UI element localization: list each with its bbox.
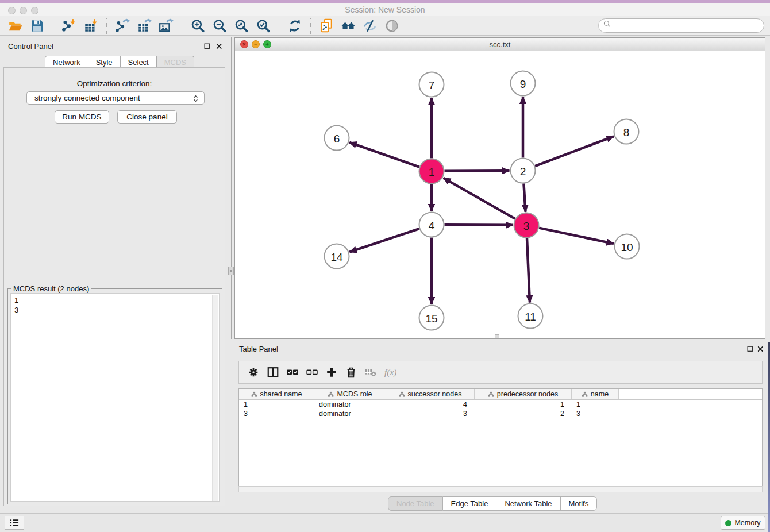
graph-edge-3-11[interactable] [527, 238, 530, 302]
select-stepper-icon [191, 94, 201, 105]
column-type-icon [328, 391, 334, 398]
zoom-selected-icon[interactable] [254, 17, 272, 34]
add-icon[interactable] [322, 363, 341, 381]
control-panel-title: Control Panel [8, 42, 53, 51]
export-image-icon[interactable] [157, 17, 175, 34]
graph-node-7[interactable]: 7 [419, 72, 444, 97]
graph-edge-1-6[interactable] [349, 142, 419, 167]
optimization-criterion-label: Optimization criterion: [4, 79, 225, 88]
result-line: 3 [14, 305, 219, 315]
graph-node-3[interactable]: 3 [514, 213, 539, 238]
column-header-filler [619, 389, 762, 399]
graph-node-10[interactable]: 10 [615, 234, 640, 259]
panel-divider-handle[interactable] [228, 267, 234, 275]
node-table: shared nameMCDS rolesuccessor nodesprede… [238, 388, 763, 486]
mcds-result-textarea[interactable]: 13 [10, 293, 220, 502]
window-title: Session: New Session [0, 5, 770, 14]
graph-node-label: 11 [525, 311, 536, 323]
close-panel-button[interactable]: Close panel [117, 110, 177, 124]
import-network-icon[interactable] [60, 17, 78, 34]
column-type-icon [488, 391, 494, 398]
close-panel-icon[interactable] [215, 42, 223, 50]
column-header-name[interactable]: name [572, 389, 619, 399]
table-cell: dominator [314, 400, 386, 409]
graph-edge-2-8[interactable] [535, 136, 614, 166]
graph-edge-2-3[interactable] [523, 183, 525, 211]
column-header-successor-nodes[interactable]: successor nodes [386, 389, 475, 399]
zoom-fit-icon[interactable] [232, 17, 251, 34]
tab-node-table[interactable]: Node Table [388, 496, 443, 511]
run-mcds-button[interactable]: Run MCDS [55, 110, 109, 124]
graph-edge-4-3[interactable] [444, 225, 513, 225]
settings-icon[interactable] [244, 363, 263, 381]
graph-edge-4-14[interactable] [349, 229, 419, 252]
panel-divider [231, 37, 232, 339]
tab-network-table[interactable]: Network Table [496, 496, 560, 511]
result-scrollbar[interactable] [212, 295, 218, 501]
graph-node-4[interactable]: 4 [419, 213, 444, 237]
export-network-icon[interactable] [113, 17, 132, 34]
float-panel-icon[interactable] [203, 42, 211, 50]
clone-network-icon[interactable] [317, 17, 336, 34]
task-history-button[interactable] [5, 516, 24, 530]
delete-icon[interactable] [341, 363, 361, 381]
graph-node-9[interactable]: 9 [511, 71, 536, 96]
zoom-in-icon[interactable] [188, 17, 207, 34]
network-view-titlebar: scc.txt [235, 38, 765, 51]
network-splitter-handle[interactable] [495, 334, 499, 338]
graph-node-1[interactable]: 1 [419, 159, 444, 184]
table-cell: 3 [239, 409, 314, 418]
table-cell: 1 [572, 400, 619, 409]
tab-edge-table[interactable]: Edge Table [443, 496, 497, 511]
graph-node-14[interactable]: 14 [325, 244, 349, 269]
network-canvas[interactable]: 7968124314101511 [235, 51, 765, 338]
search-box[interactable] [598, 18, 764, 33]
graph-node-11[interactable]: 11 [518, 304, 543, 329]
graph-edge-3-10[interactable] [539, 228, 614, 244]
column-type-icon [399, 391, 405, 398]
graph-node-6[interactable]: 6 [325, 126, 349, 151]
table-row[interactable]: 3dominator323 [239, 409, 762, 418]
save-session-icon[interactable] [28, 17, 47, 34]
graph-edge-1-2[interactable] [444, 171, 509, 171]
split-panel-icon[interactable] [263, 363, 283, 381]
graph-node-8[interactable]: 8 [614, 119, 639, 144]
table-cell: dominator [314, 409, 386, 418]
export-table-icon[interactable] [135, 17, 153, 34]
graph-node-label: 6 [334, 133, 340, 145]
column-header-MCDS-role[interactable]: MCDS role [314, 389, 386, 399]
select-all-checkboxes-icon[interactable] [283, 363, 302, 381]
graph-node-label: 8 [623, 126, 630, 138]
column-header-predecessor-nodes[interactable]: predecessor nodes [475, 389, 572, 399]
table-horizontal-scrollbar[interactable] [238, 486, 763, 492]
mcds-result-title: MCDS result (2 nodes) [11, 284, 91, 293]
graph-node-label: 15 [425, 313, 437, 325]
search-input[interactable] [615, 21, 753, 30]
refresh-icon[interactable] [286, 17, 304, 34]
show-visualization-icon[interactable] [383, 17, 401, 34]
table-float-panel-icon[interactable] [746, 345, 754, 353]
graph-node-15[interactable]: 15 [419, 306, 444, 330]
deselect-all-checkboxes-icon[interactable] [302, 363, 322, 381]
memory-label: Memory [734, 519, 760, 527]
tab-motifs[interactable]: Motifs [561, 496, 598, 511]
criterion-value: strongly connected component [34, 94, 140, 102]
hide-visualization-icon[interactable] [361, 17, 379, 34]
graph-node-label: 3 [523, 220, 530, 232]
import-table-icon[interactable] [82, 17, 100, 34]
column-header-shared-name[interactable]: shared name [239, 389, 314, 399]
home-icon[interactable] [339, 17, 357, 34]
graph-edge-3-1[interactable] [443, 178, 515, 219]
open-session-icon[interactable] [6, 17, 25, 34]
optimization-criterion-select[interactable]: strongly connected component [26, 91, 205, 105]
graph-node-label: 1 [429, 166, 435, 178]
memory-button[interactable]: Memory [721, 516, 765, 530]
function-builder-icon: f(x) [380, 363, 400, 381]
table-close-panel-icon[interactable] [756, 345, 764, 353]
graph-node-label: 7 [429, 79, 435, 91]
zoom-out-icon[interactable] [210, 17, 229, 34]
graph-node-label: 14 [330, 251, 343, 263]
graph-node-2[interactable]: 2 [511, 159, 536, 183]
graph-node-label: 10 [621, 241, 633, 253]
table-row[interactable]: 1dominator411 [239, 400, 762, 409]
